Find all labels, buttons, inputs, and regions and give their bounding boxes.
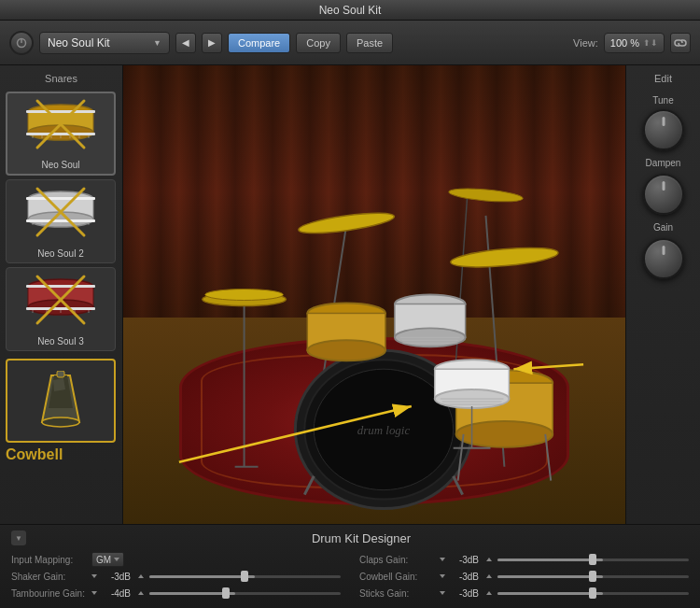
svg-point-51 [450,245,559,271]
cowbell-gain-slider[interactable] [497,575,689,578]
nav-prev-button[interactable]: ◀ [175,33,196,53]
right-controls: Claps Gain: -3dB Cowbell Gain: -3dB [359,551,689,601]
sticks-gain-row: Sticks Gain: -3dB [359,585,689,601]
shaker-thumb [241,571,248,582]
sticks-gain-slider[interactable] [497,592,689,595]
gain-label: Gain [653,222,673,233]
tamb-up-icon[interactable] [138,591,144,595]
bottom-title: Drum Kit Designer [312,531,411,545]
svg-point-40 [42,417,79,427]
nav-next-button[interactable]: ▶ [202,33,222,53]
svg-point-65 [307,340,385,361]
toolbar: Neo Soul Kit ▼ ◀ ▶ Compare Copy Paste Vi… [0,21,700,65]
svg-rect-5 [26,110,95,113]
view-arrow-icon: ⬆⬇ [643,38,658,48]
input-mapping-dropdown[interactable]: GM [91,552,124,567]
snare-image-1 [7,93,114,159]
sticks-up-icon[interactable] [486,591,492,595]
sidebar-item-neo-soul[interactable]: Neo Soul [6,92,116,176]
svg-line-83 [513,364,583,369]
tune-knob[interactable] [643,109,684,150]
dampen-knob-group: Dampen [643,158,684,215]
sticks-gain-value: -3dB [451,588,479,599]
cowbell-up-icon[interactable] [486,574,492,578]
edit-title: Edit [654,73,672,84]
bottom-chevron-button[interactable]: ▼ [11,530,26,545]
cowbell-container[interactable] [6,359,116,443]
claps-down-icon[interactable] [440,558,445,561]
input-mapping-row: Input Mapping: GM [11,551,341,568]
cowbell-gain-row: Cowbell Gain: -3dB [359,568,689,585]
claps-gain-slider[interactable] [497,559,689,561]
left-controls: Input Mapping: GM Shaker Gain: -3dB T [11,551,341,601]
tune-label: Tune [652,95,673,106]
window-title: Neo Soul Kit [319,4,382,17]
snare-image-2 [7,180,115,246]
preset-dropdown[interactable]: Neo Soul Kit ▼ [39,32,170,54]
shaker-gain-label: Shaker Gain: [11,572,86,582]
toolbar-right: View: 100 % ⬆⬇ [573,33,691,53]
paste-button[interactable]: Paste [346,33,393,53]
input-mapping-label: Input Mapping: [11,555,86,565]
sticks-thumb [589,587,596,599]
sidebar-item-neo-soul-3[interactable]: Neo Soul 3 [6,267,116,351]
tambourine-gain-value: -4dB [103,588,131,599]
tamb-down-icon[interactable] [91,591,97,595]
claps-gain-label: Claps Gain: [359,555,434,565]
svg-rect-31 [26,285,95,288]
cowbell-gain-label: Cowbell Gain: [359,572,434,582]
copy-button[interactable]: Copy [296,33,341,53]
shaker-fill [149,575,255,578]
shaker-gain-slider[interactable] [149,575,341,578]
claps-gain-row: Claps Gain: -3dB [359,551,689,568]
bottom-panel: ▼ Drum Kit Designer Input Mapping: GM Sh… [0,524,700,608]
dropdown-arrow-icon: ▼ [153,38,161,48]
gain-knob[interactable] [643,238,684,279]
sidebar-item-cowbell[interactable]: Cowbell [6,359,117,443]
claps-up-icon[interactable] [486,558,492,561]
svg-rect-6 [26,133,95,135]
link-button[interactable] [670,33,691,53]
dampen-label: Dampen [646,158,681,168]
snare-label-3: Neo Soul 3 [7,336,115,346]
tambourine-gain-row: Tambourine Gain: -4dB [11,585,341,601]
svg-point-49 [298,209,396,237]
snare-image-3 [7,268,115,333]
title-bar: Neo Soul Kit [0,0,700,21]
svg-rect-19 [26,197,95,200]
snare-label-2: Neo Soul 2 [7,248,115,259]
tambourine-gain-label: Tambourine Gain: [11,588,86,599]
compare-button[interactable]: Compare [228,33,290,53]
svg-point-48 [205,290,284,301]
power-button[interactable] [9,31,34,55]
cowbell-fill [497,575,603,578]
gain-knob-group: Gain [643,222,684,279]
cowbell-gain-value: -3dB [451,572,479,582]
snare-label-1: Neo Soul [7,160,114,170]
sidebar-title: Snares [6,73,117,84]
shaker-gain-value: -3dB [103,572,131,582]
svg-line-62 [545,434,551,481]
sticks-gain-label: Sticks Gain: [359,588,434,599]
drum-kit-svg: drum logic [151,84,597,515]
view-dropdown[interactable]: 100 % ⬆⬇ [604,33,665,53]
edit-panel: Edit Tune Dampen Gain [625,65,700,524]
claps-fill [497,559,603,561]
bottom-controls: Input Mapping: GM Shaker Gain: -3dB T [11,551,689,601]
sticks-fill [497,592,603,595]
shaker-down-icon[interactable] [91,574,97,578]
svg-point-60 [456,421,553,447]
cowbell-label: Cowbell [6,446,63,463]
svg-text:drum logic: drum logic [357,423,411,437]
tambourine-gain-slider[interactable] [149,592,341,595]
svg-line-56 [304,476,314,495]
dampen-knob[interactable] [643,174,684,215]
sidebar-item-neo-soul-2[interactable]: Neo Soul 2 [6,179,116,263]
tamb-thumb [222,587,230,599]
bottom-title-row: ▼ Drum Kit Designer [11,530,689,545]
cowbell-down-icon[interactable] [440,574,445,578]
shaker-up-icon[interactable] [138,574,144,578]
sticks-down-icon[interactable] [440,591,445,595]
preset-name: Neo Soul Kit [48,36,110,49]
main-area: Snares [0,65,700,524]
